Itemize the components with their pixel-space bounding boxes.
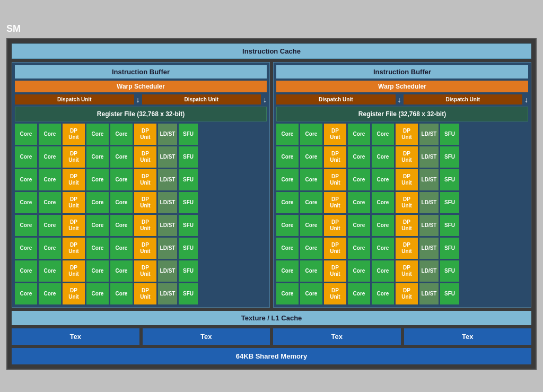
right-warp-scheduler: Warp Scheduler [276, 81, 528, 92]
dp-unit: DPUnit [63, 146, 85, 168]
ldst: LD/ST [158, 260, 177, 282]
ldst: LD/ST [158, 215, 177, 236]
ldst: LD/ST [419, 260, 439, 282]
sfu: SFU [440, 215, 459, 236]
dp-unit: DPUnit [396, 283, 418, 304]
dp-unit: DPUnit [324, 238, 346, 259]
ldst: LD/ST [419, 169, 439, 190]
dp-unit: DPUnit [396, 192, 418, 213]
ldst: LD/ST [158, 192, 177, 213]
left-cores-grid: Core Core DPUnit Core Core DPUnit LD/ST … [15, 124, 267, 304]
dp-unit: DPUnit [134, 169, 156, 190]
ldst: LD/ST [419, 283, 439, 304]
core: Core [372, 192, 394, 213]
dp-unit: DPUnit [63, 192, 85, 213]
right-cores-grid: Core Core DPUnit Core Core DPUnit LD/ST … [276, 124, 528, 304]
core: Core [276, 260, 299, 282]
right-core-row-3: Core Core DPUnit Core Core DPUnit LD/ST … [276, 169, 528, 190]
texture-l1-cache: Texture / L1 Cache [12, 311, 531, 325]
shared-memory: 64KB Shared Memory [12, 348, 531, 364]
dp-unit: DPUnit [134, 283, 156, 304]
dp-unit: DPUnit [396, 146, 418, 168]
core: Core [276, 238, 299, 259]
sfu: SFU [440, 124, 459, 145]
right-dispatch-unit-2: Dispatch Unit [404, 94, 523, 104]
core: Core [86, 169, 109, 190]
core: Core [300, 215, 322, 236]
core: Core [110, 238, 133, 259]
core: Core [39, 215, 61, 236]
right-dispatch-unit-1: Dispatch Unit [276, 94, 396, 104]
core: Core [86, 260, 109, 282]
left-dispatch-arrow-2: ↓ [263, 95, 267, 104]
core: Core [39, 192, 61, 213]
right-core-row-6: Core Core DPUnit Core Core DPUnit LD/ST … [276, 238, 528, 259]
left-panel: Instruction Buffer Warp Scheduler Dispat… [12, 62, 270, 308]
core: Core [86, 215, 109, 236]
tex-unit-3: Tex [273, 328, 401, 345]
right-core-row-8: Core Core DPUnit Core Core DPUnit LD/ST … [276, 283, 528, 304]
core: Core [39, 146, 61, 168]
right-core-row-5: Core Core DPUnit Core Core DPUnit LD/ST … [276, 215, 528, 236]
dp-unit: DPUnit [396, 169, 418, 190]
ldst: LD/ST [419, 146, 439, 168]
ldst: LD/ST [158, 146, 177, 168]
core: Core [348, 215, 370, 236]
core: Core [39, 124, 61, 145]
left-core-row-7: Core Core DPUnit Core Core DPUnit LD/ST … [15, 260, 267, 282]
ldst: LD/ST [158, 283, 177, 304]
sfu: SFU [440, 146, 459, 168]
core: Core [300, 260, 322, 282]
core: Core [86, 283, 109, 304]
ldst: LD/ST [419, 192, 439, 213]
core: Core [372, 215, 394, 236]
core: Core [110, 192, 133, 213]
core: Core [15, 169, 37, 190]
core: Core [372, 238, 394, 259]
core: Core [110, 215, 133, 236]
dp-unit: DPUnit [63, 283, 85, 304]
ldst: LD/ST [419, 124, 439, 145]
dp-unit: DPUnit [396, 260, 418, 282]
left-core-row-4: Core Core DPUnit Core Core DPUnit LD/ST … [15, 192, 267, 213]
left-dispatch-row: Dispatch Unit ↓ Dispatch Unit ↓ [15, 94, 267, 104]
dp-unit: DPUnit [134, 215, 156, 236]
core: Core [300, 169, 322, 190]
ldst: LD/ST [419, 215, 439, 236]
core: Core [110, 146, 133, 168]
tex-unit-2: Tex [143, 328, 270, 345]
dp-unit: DPUnit [63, 238, 85, 259]
two-col-panels: Instruction Buffer Warp Scheduler Dispat… [12, 62, 531, 308]
core: Core [348, 169, 370, 190]
core: Core [300, 146, 322, 168]
core: Core [348, 192, 370, 213]
core: Core [276, 146, 299, 168]
core: Core [276, 124, 299, 145]
core: Core [276, 192, 299, 213]
core: Core [110, 169, 133, 190]
core: Core [300, 192, 322, 213]
sm-label: SM [6, 23, 21, 34]
dp-unit: DPUnit [324, 283, 346, 304]
sm-container: Instruction Cache Instruction Buffer War… [6, 38, 537, 370]
sfu: SFU [179, 146, 198, 168]
left-core-row-5: Core Core DPUnit Core Core DPUnit LD/ST … [15, 215, 267, 236]
core: Core [372, 260, 394, 282]
core: Core [15, 215, 37, 236]
core: Core [372, 169, 394, 190]
core: Core [372, 146, 394, 168]
left-core-row-3: Core Core DPUnit Core Core DPUnit LD/ST … [15, 169, 267, 190]
left-core-row-2: Core Core DPUnit Core Core DPUnit LD/ST … [15, 146, 267, 168]
core: Core [300, 283, 322, 304]
dp-unit: DPUnit [324, 124, 346, 145]
left-register-file: Register File (32,768 x 32-bit) [15, 107, 267, 121]
dp-unit: DPUnit [63, 124, 85, 145]
sfu: SFU [179, 215, 198, 236]
sfu: SFU [440, 192, 459, 213]
sfu: SFU [179, 283, 198, 304]
dp-unit: DPUnit [63, 169, 85, 190]
sfu: SFU [440, 169, 459, 190]
right-panel: Instruction Buffer Warp Scheduler Dispat… [273, 62, 531, 308]
dp-unit: DPUnit [324, 215, 346, 236]
left-core-row-8: Core Core DPUnit Core Core DPUnit LD/ST … [15, 283, 267, 304]
